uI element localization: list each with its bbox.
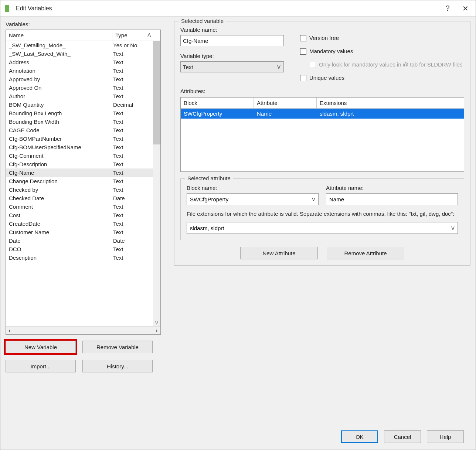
horizontal-scrollbar[interactable]: ‹ ›	[6, 326, 160, 334]
history-button[interactable]: History...	[82, 360, 153, 372]
variable-type: Text	[113, 76, 146, 82]
variable-type: Yes or No	[113, 42, 146, 48]
variable-row[interactable]: Cfg-BOMPartNumberText	[6, 134, 153, 143]
variable-name-input[interactable]	[180, 35, 284, 46]
titlebar: Edit Variables ? ✕	[0, 0, 476, 17]
chevron-down-icon: ᐯ	[277, 64, 280, 70]
vertical-scrollbar[interactable]: ᐯ	[153, 41, 160, 326]
variable-row[interactable]: CAGE CodeText	[6, 126, 153, 134]
variable-name: Cfg-Description	[9, 161, 113, 167]
attribute-row[interactable]: SWCfgPropertyNamesldasm, sldprt	[181, 109, 464, 119]
variables-listbox[interactable]: Name Type ᐱ _SW_Detailing_Mode_Yes or No…	[6, 30, 161, 335]
variable-row[interactable]: CreatedDateText	[6, 219, 153, 228]
column-header-block[interactable]: Block	[181, 98, 254, 108]
variable-row[interactable]: Cfg-BOMUserSpecifiedNameText	[6, 143, 153, 151]
variables-label: Variables:	[6, 21, 161, 27]
column-header-type[interactable]: Type	[112, 30, 138, 41]
variable-type: Text	[113, 119, 146, 125]
new-attribute-button[interactable]: New Attribute	[240, 247, 318, 259]
import-button[interactable]: Import...	[6, 360, 76, 372]
variable-name: Bounding Box Width	[9, 119, 113, 125]
variable-row[interactable]: CommentText	[6, 202, 153, 211]
variable-row[interactable]: Checked DateDate	[6, 194, 153, 202]
remove-attribute-button[interactable]: Remove Attribute	[327, 247, 404, 259]
variable-type: Text	[113, 161, 146, 167]
scroll-right-icon[interactable]: ›	[153, 327, 160, 334]
scroll-up-icon[interactable]: ᐱ	[138, 30, 160, 41]
block-name-dropdown[interactable]: SWCfgProperty ᐯ	[187, 193, 319, 205]
variable-type: Text	[113, 187, 146, 193]
chevron-down-icon: ᐯ	[451, 225, 455, 231]
selected-variable-group: Selected variable Variable name: Variabl…	[174, 21, 470, 266]
remove-variable-button[interactable]: Remove Variable	[82, 341, 153, 353]
variable-row[interactable]: DCOText	[6, 245, 153, 253]
variable-row[interactable]: Approved byText	[6, 75, 153, 83]
ok-button[interactable]: OK	[341, 430, 378, 443]
variable-name: Address	[9, 59, 113, 65]
variable-row[interactable]: Customer NameText	[6, 228, 153, 236]
version-free-checkbox[interactable]: Version free	[300, 35, 464, 41]
variable-row[interactable]: _SW_Last_Saved_With_Text	[6, 50, 153, 58]
variable-name: Cfg-BOMUserSpecifiedName	[9, 144, 113, 150]
column-header-extensions[interactable]: Extensions	[317, 98, 464, 108]
variable-row[interactable]: Cfg-DescriptionText	[6, 160, 153, 168]
variable-row[interactable]: Bounding Box LengthText	[6, 109, 153, 117]
variable-row[interactable]: DescriptionText	[6, 253, 153, 262]
variable-row[interactable]: Change DescriptionText	[6, 177, 153, 185]
dialog-title: Edit Variables	[15, 5, 439, 12]
extensions-dropdown[interactable]: sldasm, sldprt ᐯ	[187, 222, 458, 234]
variable-name: _SW_Detailing_Mode_	[9, 42, 113, 48]
scroll-left-icon[interactable]: ‹	[6, 327, 13, 334]
variable-row[interactable]: AuthorText	[6, 92, 153, 100]
variable-type: Text	[113, 212, 146, 218]
variable-row[interactable]: AddressText	[6, 58, 153, 67]
attributes-table[interactable]: Block Attribute Extensions SWCfgProperty…	[180, 97, 464, 172]
variable-row[interactable]: Approved OnText	[6, 83, 153, 92]
help-icon[interactable]: ?	[439, 1, 456, 16]
close-icon[interactable]: ✕	[456, 1, 474, 16]
extensions-description: File extensions for which the attribute …	[187, 210, 458, 218]
variable-name: Comment	[9, 204, 113, 210]
mandatory-sub-checkbox: Only look for mandatory values in @ tab …	[310, 61, 464, 68]
variable-row[interactable]: BOM QuantityDecimal	[6, 100, 153, 109]
variable-type: Text	[113, 85, 146, 91]
scroll-down-icon[interactable]: ᐯ	[153, 320, 160, 326]
variable-name: Approved On	[9, 85, 113, 91]
block-name-label: Block name:	[187, 185, 319, 191]
new-variable-button[interactable]: New Variable	[6, 341, 76, 353]
variable-type: Text	[113, 221, 146, 227]
column-header-name[interactable]: Name	[6, 30, 112, 41]
variable-row[interactable]: DateDate	[6, 236, 153, 245]
variable-name: Cfg-Comment	[9, 153, 113, 159]
variable-row[interactable]: Cfg-CommentText	[6, 151, 153, 160]
variable-name: Date	[9, 238, 113, 244]
variable-row[interactable]: CostText	[6, 211, 153, 219]
variable-type: Text	[113, 153, 146, 159]
variable-row[interactable]: AnnotationText	[6, 67, 153, 75]
help-button[interactable]: Help	[427, 430, 464, 443]
variable-type: Text	[113, 246, 146, 252]
cancel-button[interactable]: Cancel	[384, 430, 421, 443]
variable-type: Text	[113, 204, 146, 210]
variable-name: Checked by	[9, 187, 113, 193]
variable-type: Text	[113, 93, 146, 99]
column-header-attribute[interactable]: Attribute	[254, 98, 317, 108]
scrollbar-thumb[interactable]	[153, 41, 160, 144]
variable-row[interactable]: Cfg-NameText	[6, 168, 153, 177]
unique-values-checkbox[interactable]: Unique values	[300, 75, 464, 81]
attribute-name-input[interactable]	[326, 193, 458, 205]
variable-row[interactable]: _SW_Detailing_Mode_Yes or No	[6, 41, 153, 50]
selected-variable-group-label: Selected variable	[179, 18, 226, 24]
attribute-cell-attribute: Name	[257, 110, 320, 117]
variable-type: Text	[113, 51, 146, 57]
variable-name: Author	[9, 93, 113, 99]
variable-row[interactable]: Bounding Box WidthText	[6, 117, 153, 126]
variable-row[interactable]: Checked byText	[6, 185, 153, 194]
variable-name: Cfg-Name	[9, 170, 113, 176]
variable-name: Customer Name	[9, 229, 113, 235]
variable-name: _SW_Last_Saved_With_	[9, 51, 113, 57]
variable-name: Annotation	[9, 68, 113, 74]
mandatory-values-checkbox[interactable]: Mandatory values	[300, 48, 464, 55]
variable-type-dropdown[interactable]: Text ᐯ	[180, 61, 284, 72]
selected-attribute-group: Selected attribute Block name: SWCfgProp…	[180, 178, 464, 240]
